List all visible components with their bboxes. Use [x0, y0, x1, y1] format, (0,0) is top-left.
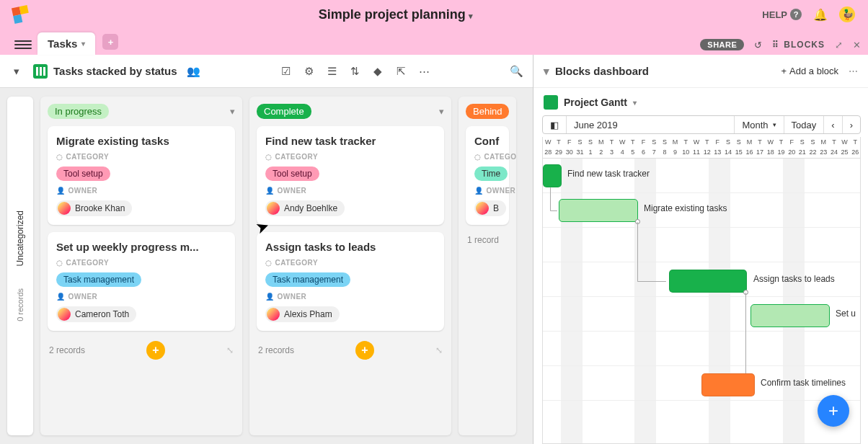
- close-icon[interactable]: ✕: [853, 40, 861, 50]
- gantt-block-title[interactable]: Project Gantt▾: [542, 95, 868, 110]
- sort-icon[interactable]: ⇅: [348, 65, 361, 78]
- more-icon[interactable]: ⋯: [849, 66, 858, 76]
- avatar-icon: [267, 308, 280, 321]
- category-chip: Task management: [265, 272, 350, 287]
- app-logo[interactable]: [12, 5, 30, 24]
- gantt-bar-label: Set u: [836, 308, 856, 319]
- add-block-button[interactable]: +Add a block: [781, 66, 838, 76]
- add-record-button[interactable]: +: [146, 341, 165, 360]
- gantt-bar[interactable]: [543, 164, 562, 187]
- history-icon[interactable]: ↺: [754, 40, 762, 50]
- add-record-button[interactable]: +: [355, 341, 374, 360]
- more-icon[interactable]: ⋯: [417, 65, 430, 78]
- owner-chip: Cameron Toth: [56, 306, 136, 322]
- tab-bar: Tasks▾ + SHARE ↺ ⠿BLOCKS ⤢ ✕: [0, 29, 868, 55]
- field-label: 👤OWNER: [56, 293, 226, 301]
- owner-chip: Brooke Khan: [56, 200, 132, 216]
- column-behind: Behind Conf ◌CATEGORY Time 👤OWNER B 1 re…: [459, 97, 516, 435]
- gantt-chart[interactable]: WTFSSMTWTFSSMTWTFSSMTWTFSSMTWTFS28293031…: [542, 137, 861, 444]
- caret-down-icon: ▾: [544, 65, 549, 78]
- card[interactable]: Conf ◌CATEGORY Time 👤OWNER B: [466, 126, 509, 225]
- blocks-toggle[interactable]: ⠿BLOCKS: [772, 40, 825, 50]
- help-button[interactable]: HELP?: [762, 9, 802, 20]
- field-label: 👤OWNER: [265, 187, 435, 195]
- next-button[interactable]: ›: [843, 116, 860, 133]
- column-menu-icon[interactable]: ▾: [439, 106, 444, 117]
- card[interactable]: Set up weekly progress m... ◌CATEGORY Ta…: [48, 232, 235, 331]
- record-count: 1 record: [467, 235, 499, 245]
- status-badge[interactable]: In progress: [48, 104, 109, 119]
- field-label: 👤OWNER: [474, 187, 500, 195]
- prev-button[interactable]: ‹: [824, 116, 842, 133]
- add-tab-button[interactable]: +: [102, 34, 118, 50]
- card[interactable]: Find new task tracker ◌CATEGORY Tool set…: [257, 126, 444, 225]
- uncategorized-column[interactable]: Uncategorized 0 records: [7, 97, 33, 435]
- search-icon[interactable]: 🔍: [510, 65, 523, 78]
- today-button[interactable]: Today: [784, 116, 825, 133]
- user-avatar[interactable]: 🦆: [839, 6, 855, 22]
- caret-down-icon: ▾: [81, 40, 85, 48]
- field-label: ◌CATEGORY: [56, 259, 226, 267]
- menu-icon[interactable]: [14, 40, 32, 49]
- avatar-icon: [58, 308, 71, 321]
- toggle-sidebar-icon[interactable]: ◧: [543, 116, 567, 133]
- share-view-icon[interactable]: ⇱: [394, 65, 407, 78]
- notifications-icon[interactable]: 🔔: [813, 8, 828, 22]
- card-title: Assign tasks to leads: [265, 241, 435, 253]
- category-chip: Task management: [56, 272, 141, 287]
- gantt-connector: [637, 281, 666, 282]
- gantt-bar[interactable]: [669, 270, 747, 293]
- filter-icon[interactable]: ☰: [325, 65, 338, 78]
- status-badge[interactable]: Complete: [257, 104, 311, 119]
- blocks-icon: ⠿: [772, 40, 779, 50]
- field-label: ◌CATEGORY: [265, 153, 435, 161]
- caret-down-icon: ▾: [633, 99, 637, 107]
- card-title: Conf: [474, 135, 500, 147]
- owner-chip: Alexis Pham: [265, 306, 340, 322]
- help-icon: ?: [790, 9, 802, 20]
- column-menu-icon[interactable]: ▾: [230, 106, 235, 117]
- add-block-fab[interactable]: +: [818, 395, 849, 427]
- scale-select[interactable]: Month▾: [735, 116, 784, 133]
- card-title: Find new task tracker: [265, 135, 435, 147]
- owner-chip: B: [474, 200, 506, 216]
- uncategorized-label: Uncategorized: [15, 210, 25, 266]
- status-badge[interactable]: Behind: [466, 104, 509, 119]
- settings-icon[interactable]: ⚙: [302, 65, 315, 78]
- gantt-bar[interactable]: [559, 199, 638, 222]
- category-chip: Tool setup: [56, 166, 110, 181]
- color-icon[interactable]: ◆: [371, 65, 384, 78]
- view-toolbar: ▾ Tasks stacked by status 👥 ☑ ⚙ ☰ ⇅ ◆ ⇱ …: [0, 55, 533, 88]
- category-chip: Tool setup: [265, 166, 319, 181]
- collapse-icon[interactable]: ⤡: [226, 345, 234, 355]
- base-title[interactable]: Simple project planning▾: [29, 7, 762, 22]
- uncategorized-count: 0 records: [16, 288, 25, 321]
- collapse-icon[interactable]: ⤡: [435, 345, 443, 355]
- card-title: Migrate existing tasks: [56, 135, 226, 147]
- gantt-bar[interactable]: [750, 304, 830, 327]
- collaborators-icon[interactable]: 👥: [187, 65, 200, 78]
- gantt-bar[interactable]: [701, 373, 755, 396]
- tab-tasks[interactable]: Tasks▾: [37, 32, 95, 55]
- customize-cards-icon[interactable]: ☑: [279, 65, 292, 78]
- blocks-title[interactable]: ▾Blocks dashboard: [544, 65, 649, 78]
- card[interactable]: Migrate existing tasks ◌CATEGORY Tool se…: [48, 126, 235, 225]
- gantt-bar-label: Migrate existing tasks: [644, 203, 727, 213]
- column-complete: Complete▾ Find new task tracker ◌CATEGOR…: [249, 97, 451, 435]
- owner-chip: Andy Boehlke: [265, 200, 345, 216]
- top-header: Simple project planning▾ HELP? 🔔 🦆: [0, 0, 868, 29]
- kanban-board: ➤ Uncategorized 0 records In progress▾ M…: [0, 88, 533, 444]
- field-label: ◌CATEGORY: [474, 153, 500, 161]
- avatar-icon: [476, 202, 489, 215]
- gantt-month-label: June 2019: [567, 116, 735, 133]
- share-button[interactable]: SHARE: [700, 39, 744, 50]
- view-switcher[interactable]: Tasks stacked by status: [33, 64, 177, 79]
- avatar-icon: [58, 202, 71, 215]
- gantt-bar-label: Find new task tracker: [567, 169, 650, 179]
- card[interactable]: Assign tasks to leads ◌CATEGORY Task man…: [257, 232, 444, 331]
- blocks-panel: ▾Blocks dashboard +Add a block ⋯ Project…: [533, 55, 868, 444]
- expand-icon[interactable]: ⤢: [835, 40, 843, 50]
- view-menu-caret-icon[interactable]: ▾: [10, 65, 23, 78]
- record-count: 2 records: [49, 345, 85, 355]
- gantt-connector: [637, 222, 638, 281]
